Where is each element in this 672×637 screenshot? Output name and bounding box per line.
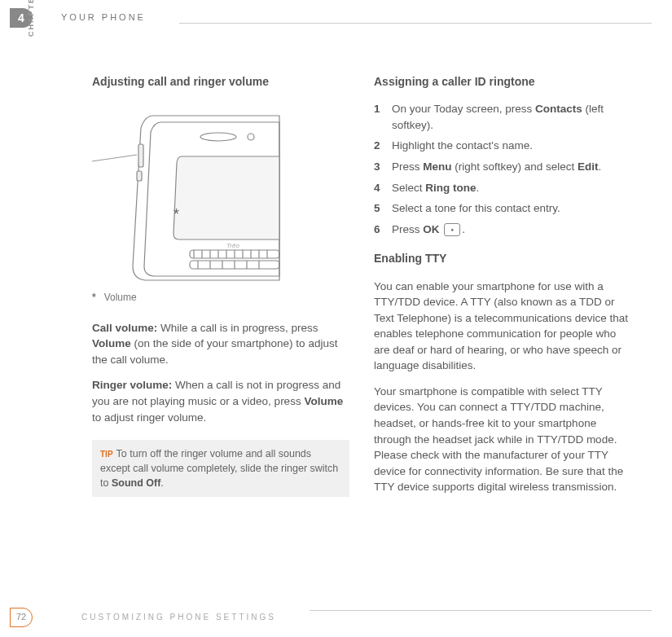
step-6: 6 Press OK . (374, 222, 631, 238)
page-number-badge: 72 (10, 608, 33, 627)
svg-rect-18 (138, 144, 143, 167)
ok-button-icon (444, 223, 460, 236)
caption-mark: * (92, 292, 96, 303)
section-title-volume: Adjusting call and ringer volume (92, 73, 349, 90)
right-column: Assigning a caller ID ringtone 1 On your… (374, 73, 631, 505)
section-title-tty: Enabling TTY (374, 250, 631, 266)
footer-text: CUSTOMIZING PHONE SETTINGS (81, 612, 276, 624)
left-column: Adjusting call and ringer volume (92, 73, 349, 505)
page-header: 4 YOUR PHONE (0, 7, 672, 29)
header-title: YOUR PHONE (61, 11, 146, 24)
ringer-volume-label: Ringer volume: (92, 379, 172, 391)
tty-paragraph-1: You can enable your smartphone for use w… (374, 279, 631, 374)
tip-box: TIPTo turn off the ringer volume and all… (92, 440, 349, 497)
callout-asterisk: * (173, 204, 179, 225)
section-title-ringtone: Assigning a caller ID ringtone (374, 73, 631, 90)
header-rule (179, 23, 652, 24)
svg-rect-19 (137, 171, 142, 181)
phone-illustration: Trēo (92, 108, 296, 283)
illustration-caption: *Volume (92, 291, 349, 305)
svg-text:Trēo: Trēo (226, 242, 239, 249)
step-2: 2 Highlight the contact's name. (374, 138, 631, 154)
page-footer: 72 CUSTOMIZING PHONE SETTINGS (0, 606, 672, 629)
tty-paragraph-2: Your smartphone is compatible with selec… (374, 384, 631, 495)
step-4: 4 Select Ring tone. (374, 180, 631, 196)
content-area: Adjusting call and ringer volume (92, 73, 631, 505)
step-3: 3 Press Menu (right softkey) and select … (374, 159, 631, 175)
svg-line-22 (92, 155, 137, 161)
step-1: 1 On your Today screen, press Contacts (… (374, 101, 631, 133)
caption-text: Volume (104, 292, 137, 303)
call-volume-paragraph: Call volume: While a call is in progress… (92, 320, 349, 368)
call-volume-label: Call volume: (92, 322, 157, 334)
ringer-volume-paragraph: Ringer volume: When a call is not in pro… (92, 377, 349, 425)
footer-rule (310, 610, 652, 611)
tip-label: TIP (100, 450, 113, 459)
step-5: 5 Select a tone for this contact entry. (374, 200, 631, 217)
chapter-side-label: CHAPTER (26, 0, 37, 37)
phone-svg: Trēo (92, 108, 296, 283)
